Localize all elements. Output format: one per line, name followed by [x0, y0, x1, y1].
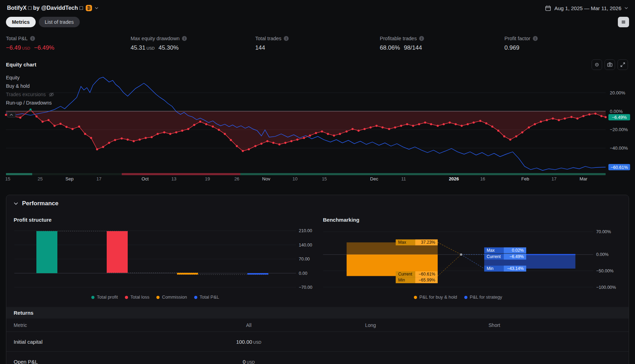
chevron-down-icon: [625, 7, 628, 9]
equity-chart-toolbar: [592, 59, 628, 70]
gear-icon: [594, 62, 600, 67]
metric-label: Profitable trades: [380, 36, 417, 41]
x-axis-label: 17: [96, 176, 101, 181]
series-dot: [156, 296, 160, 299]
column-long: Long: [339, 322, 402, 328]
x-axis-label: 11: [401, 176, 406, 181]
series-dot: [194, 296, 197, 299]
metric-value: 68.06%98/144: [380, 44, 505, 51]
metric-total-trades: Total tradesi 144: [255, 36, 380, 51]
x-axis-label: Nov: [262, 176, 270, 181]
svg-text:0.00: 0.00: [299, 271, 307, 276]
legend-item-total-pl[interactable]: Total P&L: [194, 294, 219, 300]
x-axis-label: Feb: [521, 176, 529, 181]
metric-total-pl: Total P&Li −6.49USD−6.49%: [6, 36, 130, 51]
legend-item-pl-strategy[interactable]: P&L for strategy: [464, 294, 502, 300]
legend-item-total-profit[interactable]: Total profit: [91, 294, 118, 300]
x-axis-label: 16: [480, 176, 485, 181]
info-icon[interactable]: i: [30, 36, 35, 41]
svg-text:140.00: 140.00: [299, 243, 312, 248]
expand-icon: [620, 62, 626, 67]
info-icon[interactable]: i: [533, 36, 538, 41]
trade-excursions-strip: [6, 173, 606, 175]
metric-value: 0.969: [505, 44, 629, 51]
column-all: All: [217, 322, 280, 328]
x-axis-label: 13: [171, 176, 176, 181]
row-metric-label: Initial capital: [14, 339, 43, 345]
profit-structure-title: Profit structure: [14, 217, 51, 223]
metric-label: Total trades: [255, 36, 281, 41]
metric-label: Total P&L: [6, 36, 28, 41]
excursion-segment: [240, 173, 606, 175]
svg-text:70.00: 70.00: [299, 257, 310, 262]
row-all-value: 100.00USD: [217, 339, 280, 345]
date-range-picker[interactable]: Aug 1, 2025 — Mar 11, 2026: [545, 5, 628, 11]
equity-chart-canvas: 20.00%0.00%−20.00%−40.00%−6.49%−60.61%: [0, 59, 635, 186]
column-metric: Metric: [14, 322, 27, 328]
series-dot: [464, 296, 467, 299]
strategy-title-group[interactable]: BotifyX □ by @DaviddTech □ ₿: [7, 5, 98, 11]
metric-label: Max equity drawdown: [130, 36, 179, 41]
svg-text:70.00%: 70.00%: [596, 229, 611, 234]
legend-item-runup-drawdowns[interactable]: Run-up / Drawdowns: [6, 100, 54, 106]
svg-text:−70.00: −70.00: [299, 285, 312, 290]
svg-text:Max: Max: [398, 240, 406, 245]
performance-title: Performance: [22, 200, 58, 207]
legend-item-total-loss[interactable]: Total loss: [125, 294, 149, 300]
performance-card: Performance Profit structure Benchmarkin…: [6, 195, 629, 364]
x-axis-label: 26: [234, 176, 239, 181]
metric-max-drawdown: Max equity drawdowni 45.31USD45.30%: [130, 36, 255, 51]
legend-item-commission[interactable]: Commission: [156, 294, 187, 300]
svg-text:Max: Max: [487, 248, 495, 253]
svg-text:−50.00%: −50.00%: [596, 269, 614, 273]
x-axis-label: Dec: [370, 176, 378, 181]
table-row-open-pl: Open P&L 0USD: [6, 352, 629, 364]
x-axis-label: 10: [292, 176, 297, 181]
x-axis-label: Mar: [579, 176, 587, 181]
tab-metrics[interactable]: Metrics: [6, 17, 36, 27]
pane-collapse-button[interactable]: [7, 112, 16, 117]
chevron-down-icon: [95, 7, 98, 9]
info-icon[interactable]: i: [419, 36, 424, 41]
excursion-segment: [32, 173, 121, 175]
legend-item-buy-hold[interactable]: Buy & hold: [6, 83, 54, 89]
svg-text:−100.00%: −100.00%: [596, 285, 616, 290]
svg-text:37.23%: 37.23%: [421, 240, 435, 245]
benchmarking-legend: P&L for buy & hold P&L for strategy: [323, 294, 593, 300]
x-axis-label: 15: [322, 176, 327, 181]
hamburger-icon: [621, 19, 626, 25]
column-short: Short: [463, 322, 526, 328]
maximize-button[interactable]: [618, 59, 628, 70]
excursion-segment: [122, 173, 240, 175]
page-title: BotifyX □ by @DaviddTech □: [7, 5, 83, 11]
x-axis-label: 19: [205, 176, 210, 181]
chevron-down-icon: [14, 202, 18, 205]
legend-item-trades-excursions[interactable]: Trades excursions: [6, 92, 54, 97]
coin-icon: ₿: [86, 5, 92, 11]
equity-chart-section: Equity chart Equity Buy & hold Trades ex…: [0, 59, 635, 186]
info-icon[interactable]: i: [182, 36, 187, 41]
benchmarking-title: Benchmarking: [323, 217, 359, 223]
metric-value: 45.31USD45.30%: [130, 44, 255, 51]
snapshot-camera-button[interactable]: [605, 59, 615, 70]
table-row-initial-capital: Initial capital 100.00USD: [6, 332, 629, 352]
metric-profit-factor: Profit factori 0.969: [505, 36, 629, 51]
row-all-value: 0USD: [217, 359, 280, 364]
equity-legend: Equity Buy & hold Trades excursions Run-…: [6, 75, 54, 106]
legend-item-equity[interactable]: Equity: [6, 75, 54, 80]
metrics-row: Total P&Li −6.49USD−6.49% Max equity dra…: [6, 36, 629, 51]
tab-list-of-trades[interactable]: List of trades: [39, 17, 80, 27]
equity-x-axis: 1525Sep17Oct131926Nov1015Dec11202616Feb1…: [0, 176, 635, 183]
svg-text:Current: Current: [398, 272, 412, 277]
svg-text:Min: Min: [398, 278, 405, 283]
series-dot: [91, 296, 94, 299]
performance-header[interactable]: Performance: [14, 200, 58, 207]
info-icon[interactable]: i: [284, 36, 289, 41]
view-options-button[interactable]: [618, 17, 629, 27]
row-metric-label: Open P&L: [14, 359, 38, 364]
chart-settings-button[interactable]: [592, 59, 602, 70]
report-tabs: Metrics List of trades: [6, 17, 80, 27]
legend-item-pl-buy-hold[interactable]: P&L for buy & hold: [414, 294, 457, 300]
svg-text:−43.14%: −43.14%: [507, 266, 524, 271]
metric-profitable-trades: Profitable tradesi 68.06%98/144: [380, 36, 505, 51]
